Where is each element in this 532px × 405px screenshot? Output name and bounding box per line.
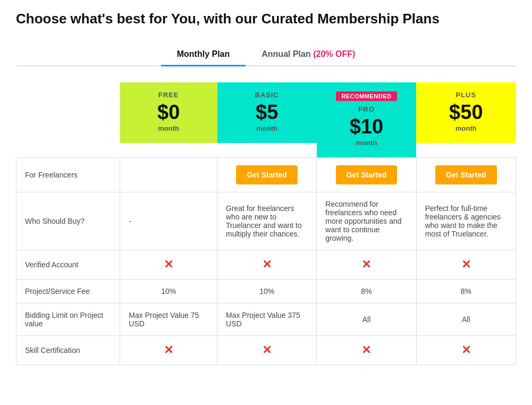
cross-icon: ✕ <box>262 343 272 357</box>
cross-icon: ✕ <box>164 343 173 357</box>
cross-icon: ✕ <box>164 258 173 271</box>
feature-label-0: For Freelancers <box>16 158 120 192</box>
feature-val-0-3[interactable]: Get Started <box>416 158 516 192</box>
feature-val-2-0: ✕ <box>120 250 217 280</box>
get-started-button-plan-1[interactable]: Get Started <box>236 165 297 184</box>
feature-label-5: Skill Certification <box>16 336 120 365</box>
feature-val-2-1: ✕ <box>217 250 317 280</box>
feature-val-2-2: ✕ <box>317 250 416 280</box>
feature-row-2: Verified Account✕✕✕✕ <box>16 250 516 280</box>
plan-header-plus: PLUS $50 month <box>416 82 516 158</box>
get-started-button-plan-2[interactable]: Get Started <box>336 165 397 184</box>
free-plan-card: FREE $0 month <box>120 82 217 143</box>
feature-val-3-1: 10% <box>217 280 317 303</box>
get-started-button-plan-3[interactable]: Get Started <box>435 165 496 184</box>
feature-label-2: Verified Account <box>16 250 120 280</box>
plan-header-basic: BASIC $5 month <box>217 82 317 158</box>
feature-row-4: Bidding Limit on Project valueMax Projec… <box>16 303 516 336</box>
feature-val-4-0: Max Project Value 75 USD <box>120 303 217 336</box>
feature-row-3: Project/Service Fee10%10%8%8% <box>16 280 516 303</box>
feature-val-5-2: ✕ <box>317 336 416 365</box>
feature-label-1: Who Should Buy? <box>16 192 120 250</box>
feature-label-3: Project/Service Fee <box>16 280 120 303</box>
feature-val-1-2: Recommend for freelancers who need more … <box>317 192 416 250</box>
plan-header-free: FREE $0 month <box>120 82 217 158</box>
plan-tabs: Monthly Plan Annual Plan (20% OFF) <box>16 43 516 66</box>
feature-val-3-0: 10% <box>120 280 217 303</box>
feature-val-0-2[interactable]: Get Started <box>317 158 416 192</box>
pro-plan-card: RECOMMENDED PRO $10 month <box>317 82 416 157</box>
feature-val-2-3: ✕ <box>416 250 516 280</box>
feature-val-0-1[interactable]: Get Started <box>217 158 317 192</box>
feature-column-header <box>16 82 120 158</box>
feature-row-1: Who Should Buy?-Great for freelancers wh… <box>16 192 516 250</box>
feature-val-1-1: Great for freelancers who are new to Tru… <box>217 192 317 250</box>
feature-val-1-0: - <box>120 192 217 250</box>
feature-val-5-3: ✕ <box>416 336 516 365</box>
feature-row-5: Skill Certification✕✕✕✕ <box>16 336 516 365</box>
feature-val-4-2: All <box>317 303 416 336</box>
tab-annual[interactable]: Annual Plan (20% OFF) <box>246 43 371 65</box>
feature-val-0-0 <box>120 158 217 192</box>
cross-icon: ✕ <box>361 258 371 271</box>
feature-val-1-3: Perfect for full-time freelancers & agen… <box>416 192 516 250</box>
basic-plan-card: BASIC $5 month <box>217 82 317 143</box>
feature-row-0: For FreelancersGet StartedGet StartedGet… <box>16 158 516 192</box>
feature-label-4: Bidding Limit on Project value <box>16 303 120 336</box>
pricing-table: FREE $0 month BASIC $5 month RECOMMENDED… <box>16 82 516 365</box>
feature-val-3-3: 8% <box>416 280 516 303</box>
plus-plan-card: PLUS $50 month <box>416 82 516 143</box>
cross-icon: ✕ <box>461 343 471 357</box>
feature-val-4-3: All <box>416 303 516 336</box>
feature-val-4-1: Max Project Value 375 USD <box>217 303 317 336</box>
page-title: Choose what's best for You, with our Cur… <box>16 11 516 27</box>
dash-value: - <box>129 217 131 225</box>
cross-icon: ✕ <box>262 258 272 271</box>
feature-val-5-1: ✕ <box>217 336 317 365</box>
tab-monthly[interactable]: Monthly Plan <box>161 43 246 65</box>
cross-icon: ✕ <box>461 258 471 271</box>
plan-header-pro: RECOMMENDED PRO $10 month <box>317 82 416 158</box>
feature-val-5-0: ✕ <box>120 336 217 365</box>
cross-icon: ✕ <box>361 343 371 357</box>
feature-val-3-2: 8% <box>317 280 416 303</box>
